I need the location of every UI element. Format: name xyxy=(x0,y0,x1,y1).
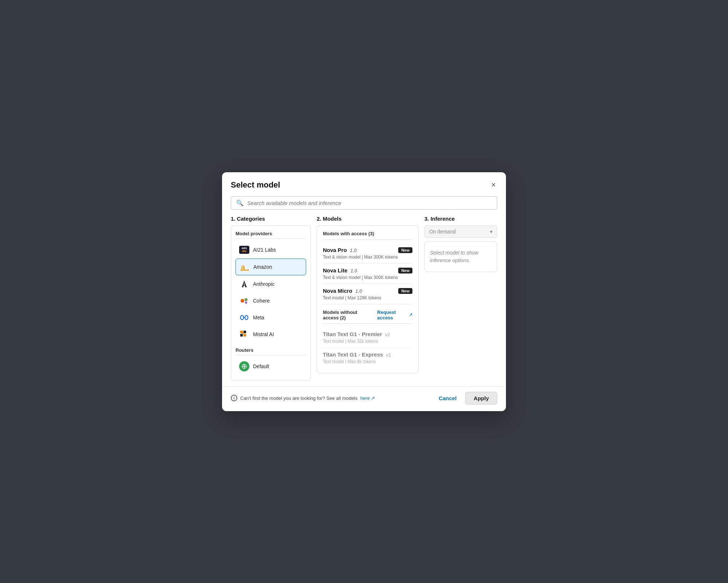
without-access-section: Models without access (2) Request access… xyxy=(323,310,412,324)
anthropic-icon xyxy=(239,279,249,289)
router-default-label: Default xyxy=(253,363,269,369)
titan-premier-name: Titan Text G1 - Premier xyxy=(323,331,382,337)
provider-anthropic[interactable]: Anthropic xyxy=(236,276,306,292)
info-icon: i xyxy=(231,395,237,401)
svg-point-5 xyxy=(241,315,244,320)
nova-micro-name: Nova Micro xyxy=(323,288,352,294)
titan-express-version: v1 xyxy=(386,352,391,358)
footer-here-link[interactable]: here ↗ xyxy=(360,395,375,401)
model-nova-lite[interactable]: Nova Lite 1.0 New Text & vision model | … xyxy=(323,264,412,284)
titan-express-name: Titan Text G1 - Express xyxy=(323,351,383,358)
svg-rect-10 xyxy=(240,334,243,336)
footer-info: i Can't find the model you are looking f… xyxy=(231,395,375,401)
nova-lite-badge: New xyxy=(398,268,412,273)
meta-icon xyxy=(239,312,249,323)
svg-point-3 xyxy=(245,298,248,301)
provider-amazon-label: Amazon xyxy=(253,264,272,270)
inference-box: Select model to show inference options. xyxy=(424,241,497,272)
model-titan-premier: Titan Text G1 - Premier v1 Text model | … xyxy=(323,327,412,348)
svg-rect-11 xyxy=(244,334,246,336)
provider-cohere-label: Cohere xyxy=(253,298,270,304)
svg-point-2 xyxy=(241,299,244,303)
footer-actions: Cancel Apply xyxy=(434,392,497,405)
modal-body: 1. Categories Model providers AI21 labs … xyxy=(222,216,506,381)
titan-premier-version: v1 xyxy=(385,332,390,337)
routers-label: Routers xyxy=(236,347,306,355)
inference-placeholder: Select model to show inference options. xyxy=(430,249,492,264)
nova-micro-desc: Text model | Max 128K tokens xyxy=(323,295,412,300)
ai21-icon: AI21 labs xyxy=(239,245,249,255)
titan-express-desc: Text model | Max 8k tokens xyxy=(323,359,412,364)
nova-lite-name: Nova Lite xyxy=(323,267,348,273)
provider-anthropic-label: Anthropic xyxy=(253,281,274,287)
amazon-icon: a xyxy=(240,262,250,272)
provider-ai21-label: AI21 Labs xyxy=(253,247,276,253)
model-providers-label: Model providers xyxy=(236,231,306,239)
without-access-header-text: Models without access (2) xyxy=(323,310,374,320)
provider-mistral[interactable]: Mistral AI xyxy=(236,326,306,342)
provider-cohere[interactable]: Cohere xyxy=(236,293,306,309)
inference-dropdown[interactable]: On demand ▾ xyxy=(424,225,497,238)
nova-micro-badge: New xyxy=(398,288,412,294)
modal-footer: i Can't find the model you are looking f… xyxy=(222,386,506,411)
provider-ai21[interactable]: AI21 labs AI21 Labs xyxy=(236,242,306,258)
col-models: 2. Models Models with access (3) Nova Pr… xyxy=(317,216,419,381)
provider-meta-label: Meta xyxy=(253,315,264,320)
with-access-header: Models with access (3) xyxy=(323,231,412,240)
cancel-button[interactable]: Cancel xyxy=(434,392,462,404)
footer-here-label: here xyxy=(360,395,370,401)
model-nova-micro[interactable]: Nova Micro 1.0 New Text model | Max 128K… xyxy=(323,284,412,304)
nova-micro-version: 1.0 xyxy=(355,288,362,294)
apply-button[interactable]: Apply xyxy=(465,392,497,405)
search-bar-wrap: 🔍 xyxy=(222,196,506,216)
svg-point-4 xyxy=(245,302,247,304)
chevron-down-icon: ▾ xyxy=(490,229,492,235)
svg-rect-9 xyxy=(244,331,246,333)
titan-premier-desc: Text model | Max 32k tokens xyxy=(323,339,412,344)
col-inference: 3. Inference On demand ▾ Select model to… xyxy=(424,216,497,381)
request-access-link[interactable]: Request access ↗ xyxy=(377,310,412,320)
select-model-modal: Select model × 🔍 1. Categories Model pro… xyxy=(222,172,506,411)
nova-lite-desc: Text & vision model | Max 300K tokens xyxy=(323,275,412,280)
model-titan-express: Titan Text G1 - Express v1 Text model | … xyxy=(323,348,412,368)
models-box: Models with access (3) Nova Pro 1.0 New … xyxy=(317,225,419,373)
nova-pro-name: Nova Pro xyxy=(323,247,347,253)
svg-rect-12 xyxy=(242,332,244,334)
provider-mistral-label: Mistral AI xyxy=(253,331,274,337)
modal-backdrop: Select model × 🔍 1. Categories Model pro… xyxy=(0,0,728,583)
mistral-icon xyxy=(239,329,249,339)
provider-amazon[interactable]: a Amazon xyxy=(236,259,306,275)
models-header: 2. Models xyxy=(317,216,419,222)
request-access-label: Request access xyxy=(377,310,408,320)
modal-title: Select model xyxy=(231,180,280,190)
search-bar: 🔍 xyxy=(231,196,497,210)
inference-header: 3. Inference xyxy=(424,216,497,222)
inference-dropdown-label: On demand xyxy=(429,229,456,235)
nova-lite-version: 1.0 xyxy=(351,268,357,273)
provider-meta[interactable]: Meta xyxy=(236,310,306,326)
model-nova-pro[interactable]: Nova Pro 1.0 New Text & vision model | M… xyxy=(323,243,412,264)
external-link-footer-icon: ↗ xyxy=(371,395,375,401)
svg-point-6 xyxy=(245,315,248,320)
search-icon: 🔍 xyxy=(236,200,244,206)
category-box: Model providers AI21 labs AI21 Labs xyxy=(231,225,311,381)
footer-info-text: Can't find the model you are looking for… xyxy=(240,395,357,401)
nova-pro-desc: Text & vision model | Max 300K tokens xyxy=(323,255,412,260)
nova-pro-version: 1.0 xyxy=(350,248,356,253)
external-link-icon: ↗ xyxy=(409,312,412,317)
cohere-icon xyxy=(239,296,249,306)
default-router-icon xyxy=(239,361,249,371)
svg-text:a: a xyxy=(241,263,245,271)
router-default[interactable]: Default xyxy=(236,358,306,374)
categories-header: 1. Categories xyxy=(231,216,311,222)
close-button[interactable]: × xyxy=(490,180,497,190)
modal-header: Select model × xyxy=(222,172,506,196)
col-categories: 1. Categories Model providers AI21 labs … xyxy=(231,216,311,381)
search-input[interactable] xyxy=(247,200,492,206)
nova-pro-badge: New xyxy=(398,247,412,253)
